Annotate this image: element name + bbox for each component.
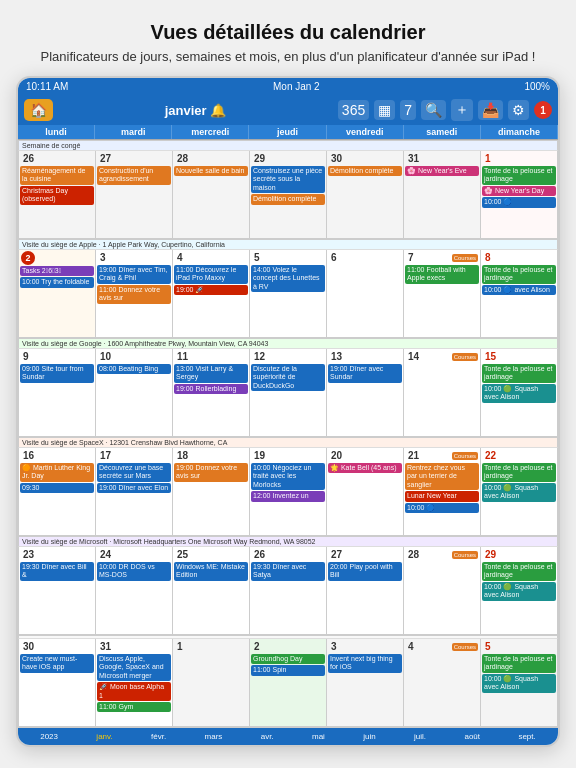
event-rollerblading[interactable]: 19:00 Rollerblading [174,384,248,394]
cell-jan28[interactable]: 28 Courses [404,547,481,635]
event-tonte-feb5[interactable]: Tonte de la pelouse et jardinage [482,654,556,673]
cell-jan4[interactable]: 4 11:00 Découvrez le iPad Pro Maxxy 19:0… [173,250,250,338]
event-rearrangement[interactable]: Réaménagement de la cuisine [20,166,94,185]
cell-jan13[interactable]: 13 19:00 Dîner avec Sundar [327,349,404,437]
bottom-nav-juin[interactable]: juin [363,732,375,741]
month-view-button[interactable]: ▦ [374,100,395,120]
cell-feb2[interactable]: 2 Groundhog Day 11:00 Spin [250,639,327,727]
week-view-button[interactable]: 7 [400,100,416,120]
event-nyd[interactable]: 🌸 New Year's Day [482,186,556,196]
cell-dec30[interactable]: 30 Démolition complète [327,151,404,239]
bottom-nav-avr[interactable]: avr. [261,732,274,741]
event-tonte22[interactable]: Tonte de la pelouse et jardinage [482,463,556,482]
bottom-nav-aout[interactable]: août [464,732,480,741]
event-ios-invent[interactable]: Invent next big thing for iOS [328,654,402,673]
cell-jan26[interactable]: 26 19:30 Dîner avec Satya [250,547,327,635]
event-rv-glasses[interactable]: 14:00 Volez le concept des Lunettes à RV [251,265,325,292]
event-moon-base[interactable]: 🚀 Moon base Alpha 1 [97,682,171,701]
cell-dec28[interactable]: 28 Nouvelle salle de bain [173,151,250,239]
cell-jan10[interactable]: 10 08:00 Beating Bing [96,349,173,437]
cell-jan29[interactable]: 29 Tonte de la pelouse et jardinage 10:0… [481,547,558,635]
event-1000-jan1[interactable]: 10:00 🔵 [482,197,556,207]
event-sanglier[interactable]: Rentrez chez vous par un terrier de sang… [405,463,479,490]
cell-dec29[interactable]: 29 Construisez une pièce secrète sous la… [250,151,327,239]
cell-jan5[interactable]: 5 14:00 Volez le concept des Lunettes à … [250,250,327,338]
cell-jan23[interactable]: 23 19:30 Dîner avec Bill & [19,547,96,635]
event-squash29[interactable]: 10:00 🟢 Squash avec Alison [482,582,556,601]
event-sundar-dinner[interactable]: 19:00 Dîner avec Sundar [328,364,402,383]
event-bill-dinner[interactable]: 19:30 Dîner avec Bill & [20,562,94,581]
event-windows-me[interactable]: Windows ME: Mistake Edition [174,562,248,581]
event-tonte15[interactable]: Tonte de la pelouse et jardinage [482,364,556,383]
event-ipad-pro[interactable]: 11:00 Découvrez le iPad Pro Maxxy [174,265,248,284]
cell-jan30[interactable]: 30 Create new must-have iOS app [19,639,96,727]
event-mars-base[interactable]: Découvrez une base secrète sur Mars [97,463,171,482]
event-tonte1[interactable]: Tonte de la pelouse et jardinage [482,166,556,185]
event-0930-jan16[interactable]: 09:30 [20,483,94,493]
search-button[interactable]: 🔍 [421,100,446,120]
cell-jan19[interactable]: 19 10:00 Négociez un traité avec les Mor… [250,448,327,536]
cell-jan25[interactable]: 25 Windows ME: Mistake Edition [173,547,250,635]
cell-jan1[interactable]: 1 Tonte de la pelouse et jardinage 🌸 New… [481,151,558,239]
event-beating-bing[interactable]: 08:00 Beating Bing [97,364,171,374]
notification-badge[interactable]: 1 [534,101,552,119]
cell-jan15[interactable]: 15 Tonte de la pelouse et jardinage 10:0… [481,349,558,437]
cell-feb3[interactable]: 3 Invent next big thing for iOS [327,639,404,727]
cell-jan9[interactable]: 9 09:00 Site tour from Sundar [19,349,96,437]
event-duckduckgo[interactable]: Discutez de la supériorité de DuckDuckGo [251,364,325,391]
cell-jan22[interactable]: 22 Tonte de la pelouse et jardinage 10:0… [481,448,558,536]
cell-jan3[interactable]: 3 19:00 Dîner avec Tim, Craig & Phil 11:… [96,250,173,338]
cell-jan27[interactable]: 27 20:00 Play pool with Bill [327,547,404,635]
bottom-nav-mai[interactable]: mai [312,732,325,741]
add-event-button[interactable]: ＋ [451,99,473,121]
event-salle-bain[interactable]: Nouvelle salle de bain [174,166,248,176]
event-foldable[interactable]: 10:00 Try the foldable [20,277,94,287]
event-pool-bill[interactable]: 20:00 Play pool with Bill [328,562,402,581]
event-christmas[interactable]: Christmas Day (observed) [20,186,94,205]
bottom-nav-2023[interactable]: 2023 [40,732,58,741]
cell-jan6[interactable]: 6 [327,250,404,338]
event-tonte29[interactable]: Tonte de la pelouse et jardinage [482,562,556,581]
event-ios-app[interactable]: Create new must-have iOS app [20,654,94,673]
event-sundar-tour[interactable]: 09:00 Site tour from Sundar [20,364,94,383]
cell-jan20[interactable]: 20 🌟 Kate Bell (45 ans) [327,448,404,536]
event-rocket1[interactable]: 19:00 🚀 [174,285,248,295]
cell-jan16[interactable]: 16 🟠 Martin Luther King Jr. Day 09:30 [19,448,96,536]
event-groundhog[interactable]: Groundhog Day [251,654,325,664]
inbox-button[interactable]: 📥 [478,100,503,120]
cell-dec26[interactable]: 26 Réaménagement de la cuisine Christmas… [19,151,96,239]
event-avis18[interactable]: 19:00 Donnez votre avis sur [174,463,248,482]
event-squash-feb5[interactable]: 10:00 🟢 Squash avec Alison [482,674,556,693]
settings-button[interactable]: ⚙ [508,100,529,120]
event-discuss-merger[interactable]: Discuss Apple, Google, SpaceX and Micros… [97,654,171,681]
event-demolition1[interactable]: Démolition complète [251,194,325,204]
cell-jan8[interactable]: 8 Tonte de la pelouse et jardinage 10:00… [481,250,558,338]
event-secret-room[interactable]: Construisez une pièce secrète sous la ma… [251,166,325,193]
event-dinner-tim[interactable]: 19:00 Dîner avec Tim, Craig & Phil [97,265,171,284]
cell-dec31[interactable]: 31 🌸 New Year's Eve [404,151,481,239]
year-view-button[interactable]: 365 [338,100,369,120]
cell-jan14[interactable]: 14 Courses [404,349,481,437]
event-mlk[interactable]: 🟠 Martin Luther King Jr. Day [20,463,94,482]
cell-jan21[interactable]: 21 Courses Rentrez chez vous par un terr… [404,448,481,536]
cell-jan12[interactable]: 12 Discutez de la supériorité de DuckDuc… [250,349,327,437]
cell-jan7[interactable]: 7 Courses 11:00 Football with Apple exec… [404,250,481,338]
cell-feb1[interactable]: 1 [173,639,250,727]
event-elon-dinner[interactable]: 19:00 Dîner avec Elon [97,483,171,493]
event-avis1[interactable]: 11:00 Donnez votre avis sur [97,285,171,304]
event-construction[interactable]: Construction d'un agrandissement [97,166,171,185]
event-invent19[interactable]: 12:00 Inventez un [251,491,325,501]
cell-jan2[interactable]: 2 Tasks 2⃣6⃣3⃣ 10:00 Try the foldable [19,250,96,338]
event-tasks[interactable]: Tasks 2⃣6⃣3⃣ [20,266,94,276]
cell-feb5[interactable]: 5 Tonte de la pelouse et jardinage 10:00… [481,639,558,727]
event-squash22[interactable]: 10:00 🟢 Squash avec Alison [482,483,556,502]
cell-jan18[interactable]: 18 19:00 Donnez votre avis sur [173,448,250,536]
home-button[interactable]: 🏠 [24,99,53,121]
event-demolition2[interactable]: Démolition complète [328,166,402,176]
event-1000-jan21[interactable]: 10:00 🔵 [405,503,479,513]
cell-jan11[interactable]: 11 13:00 Visit Larry & Sergey 19:00 Roll… [173,349,250,437]
cell-jan24[interactable]: 24 10:00 DR DOS vs MS-DOS [96,547,173,635]
cell-jan31[interactable]: 31 Discuss Apple, Google, SpaceX and Mic… [96,639,173,727]
event-morlocks[interactable]: 10:00 Négociez un traité avec les Morloc… [251,463,325,490]
event-larry-sergey[interactable]: 13:00 Visit Larry & Sergey [174,364,248,383]
